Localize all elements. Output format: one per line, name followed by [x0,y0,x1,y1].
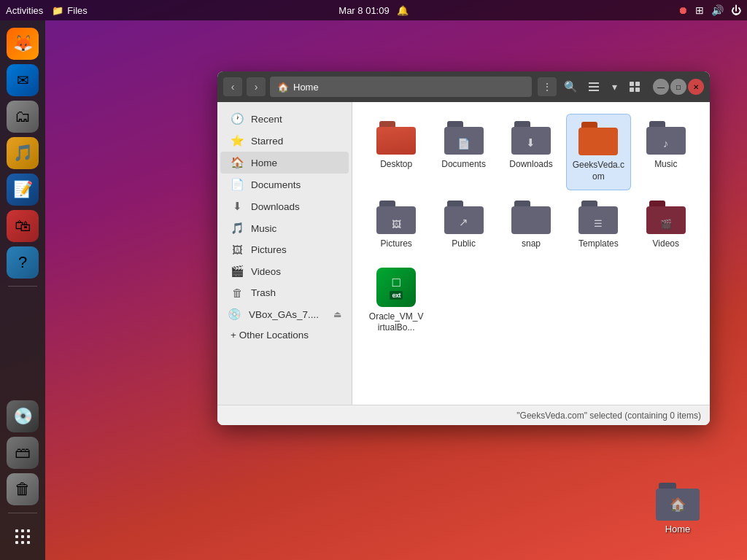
svg-rect-0 [15,529,18,532]
file-label-pictures: Pictures [381,238,412,250]
svg-rect-11 [589,90,599,91]
sidebar-item-downloads[interactable]: ⬇ Downloads [220,195,349,217]
videos-emblem: 🎬 [660,219,672,230]
sidebar: 🕐 Recent ⭐ Starred 🏠 Home 📄 Documents ⬇ … [217,102,352,405]
pictures-emblem: 🖼 [392,219,401,230]
desktop-home-icon[interactable]: 🏠 Home [656,483,700,534]
downloads-icon: ⬇ [231,200,244,213]
dock-divider-2 [8,513,37,513]
file-item-downloads[interactable]: ⬇ Downloads [499,114,563,190]
address-menu-button[interactable]: ⋮ [538,77,557,96]
vbox-file-icon: □ ext [376,268,416,307]
sidebar-label-vbox: VBox_GAs_7.... [249,309,319,320]
svg-rect-13 [635,82,640,86]
file-label-documents: Documents [441,159,486,171]
svg-rect-2 [27,529,30,532]
sidebar-item-home[interactable]: 🏠 Home [220,152,349,174]
file-item-geeksveda[interactable]: GeeksVeda.com [566,114,630,190]
sidebar-label-documents: Documents [251,179,301,190]
file-item-public[interactable]: ↗ Public [431,193,495,257]
network-icon: ⊞ [695,4,704,16]
sidebar-item-documents[interactable]: 📄 Documents [220,174,349,195]
statusbar: "GeeksVeda.com" selected (containing 0 i… [217,405,710,425]
status-text: "GeeksVeda.com" selected (containing 0 i… [516,411,701,421]
desktop-home-folder: 🏠 [656,483,700,521]
file-label-music: Music [654,159,677,171]
file-item-music[interactable]: ♪ Music [634,114,698,190]
address-text: Home [293,82,319,93]
svg-rect-14 [630,88,634,92]
nav-forward-button[interactable]: › [247,77,266,96]
file-label-downloads: Downloads [509,159,552,171]
trash-icon-sidebar: 🗑 [231,287,244,299]
dock-item-help[interactable]: ? [7,246,39,279]
file-item-vbox[interactable]: □ ext Oracle_VM_VirtualBo... [364,260,428,341]
file-item-desktop[interactable]: Desktop [364,114,428,190]
list-view-button[interactable] [584,77,603,96]
dock-grid-button[interactable] [7,521,39,553]
dock-item-thunderbird[interactable]: ✉ [7,64,39,96]
dock-item-filemgr2[interactable]: 🗃 [7,437,39,469]
sort-button[interactable]: ▾ [605,77,624,96]
sidebar-item-recent[interactable]: 🕐 Recent [220,108,349,130]
topbar: Activities 📁 Files Mar 8 01:09 🔔 ⏺ ⊞ 🔊 ⏻ [0,0,747,20]
dock-item-rhythmbox[interactable]: 🎵 [7,137,39,169]
home-icon-sidebar: 🏠 [231,156,244,169]
recent-icon: 🕐 [231,112,244,125]
datetime: Mar 8 01:09 [338,5,389,16]
power-icon: ⏻ [731,4,741,16]
dock-item-files[interactable]: 🗂 [7,101,39,133]
folder-icon-desktop [376,121,416,155]
dock-item-trash[interactable]: 🗑 [7,473,39,505]
starred-icon: ⭐ [231,134,244,147]
minimize-button[interactable]: — [653,79,669,95]
grid-view-button[interactable] [625,77,644,96]
sidebar-item-videos[interactable]: 🎬 Videos [220,260,349,282]
file-item-documents[interactable]: 📄 Documents [431,114,495,190]
maximize-button[interactable]: □ [670,79,686,95]
record-icon: ⏺ [678,4,688,16]
svg-rect-9 [589,82,599,84]
file-item-pictures[interactable]: 🖼 Pictures [364,193,428,257]
sidebar-label-downloads: Downloads [251,201,300,212]
music-icon: 🎵 [231,222,244,235]
address-bar[interactable]: 🏠 Home [270,77,532,97]
svg-rect-7 [21,541,24,544]
nav-back-button[interactable]: ‹ [223,77,242,96]
documents-emblem: 📄 [457,138,470,149]
topbar-right: ⏺ ⊞ 🔊 ⏻ [678,4,741,16]
documents-icon: 📄 [231,178,244,191]
vbox-device-icon: 💿 [228,308,241,321]
eject-icon[interactable]: ⏏ [333,309,341,319]
volume-icon: 🔊 [711,4,724,16]
file-label-geeksveda: GeeksVeda.com [571,160,625,182]
sidebar-item-pictures[interactable]: 🖼 Pictures [220,239,349,260]
sidebar-item-other-locations[interactable]: + Other Locations [220,325,349,345]
activities-button[interactable]: Activities [6,5,43,16]
sidebar-label-trash: Trash [251,287,276,298]
sidebar-label-starred: Starred [251,136,283,147]
close-button[interactable]: ✕ [688,79,704,95]
home-icon-address: 🏠 [277,82,289,93]
sidebar-label-music: Music [251,223,276,234]
topbar-left: Activities 📁 Files [6,5,88,16]
sidebar-item-vbox[interactable]: 💿 VBox_GAs_7.... ⏏ [217,303,352,325]
file-item-snap[interactable]: snap [499,193,563,257]
file-item-videos[interactable]: 🎬 Videos [634,193,698,257]
sidebar-item-starred[interactable]: ⭐ Starred [220,130,349,152]
dock-item-cdrom[interactable]: 💿 [7,400,39,432]
folder-icon-public: ↗ [444,201,484,234]
svg-rect-12 [630,82,634,86]
sidebar-item-music[interactable]: 🎵 Music [220,217,349,239]
folder-icon-downloads: ⬇ [511,121,551,155]
file-item-templates[interactable]: ☰ Templates [566,193,630,257]
dock-item-appstore[interactable]: 🛍 [7,210,39,242]
dock-item-firefox[interactable]: 🦊 [7,28,39,60]
svg-rect-8 [27,541,30,544]
dock-item-writer[interactable]: 📝 [7,174,39,206]
sidebar-item-trash[interactable]: 🗑 Trash [220,282,349,303]
window-controls: — □ ✕ [653,79,704,95]
sidebar-label-recent: Recent [251,114,282,125]
svg-rect-3 [15,535,18,538]
search-button[interactable]: 🔍 [561,77,580,96]
